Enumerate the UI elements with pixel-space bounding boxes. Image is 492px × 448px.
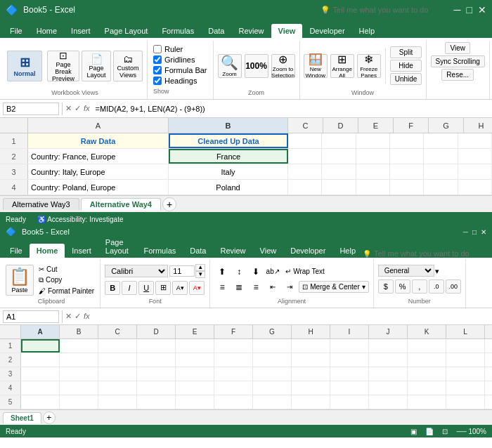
custom-views-btn[interactable]: 🗂 CustomViews (113, 51, 143, 81)
cell-C1[interactable] (288, 133, 322, 148)
cell-A2[interactable]: Country: France, Europe (28, 149, 169, 164)
freeze-panes-btn[interactable]: ❄ FreezePanes (357, 54, 381, 78)
new-window-btn[interactable]: 🪟 NewWindow (304, 54, 328, 78)
cell-H3[interactable] (458, 164, 492, 179)
cell2-L2[interactable] (446, 353, 485, 367)
cancel-formula-icon-2[interactable]: ✕ (65, 312, 72, 321)
cell2-H1[interactable] (292, 339, 330, 353)
cell-A4[interactable]: Country: Poland, Europe (28, 180, 169, 195)
cell-C4[interactable] (288, 180, 322, 195)
tab-home-1[interactable]: Home (30, 24, 64, 38)
cell-D4[interactable] (322, 180, 356, 195)
tab-view-2[interactable]: View (253, 244, 284, 258)
page-layout-btn[interactable]: 📄 PageLayout (82, 51, 111, 81)
tab-view-1[interactable]: View (271, 24, 303, 38)
tab-file-2[interactable]: File (3, 244, 30, 258)
tab-help-1[interactable]: Help (352, 24, 382, 38)
col-header2-I[interactable]: I (330, 325, 369, 338)
col-header-E[interactable]: E (358, 118, 394, 133)
reset-window-btn[interactable]: Rese... (441, 69, 474, 81)
col-header2-D[interactable]: D (137, 325, 176, 338)
tab-page-layout-1[interactable]: Page Layout (98, 24, 155, 38)
cell2-E3[interactable] (176, 367, 214, 381)
fill-color-btn[interactable]: A▾ (172, 281, 188, 295)
cell-D1[interactable] (322, 133, 356, 148)
tab-file-1[interactable]: File (3, 24, 30, 38)
border-btn[interactable]: ⊞ (155, 281, 171, 295)
col-header2-L[interactable]: L (446, 325, 485, 338)
cell2-A1[interactable] (21, 339, 60, 353)
cell2-H4[interactable] (292, 381, 330, 395)
zoom-100-btn[interactable]: 100% (245, 54, 268, 78)
cell-C2[interactable] (288, 149, 322, 164)
cell-E4[interactable] (356, 180, 390, 195)
cell2-D5[interactable] (137, 395, 176, 409)
cell2-H5[interactable] (292, 395, 330, 409)
cell2-I2[interactable] (330, 353, 369, 367)
cell2-K5[interactable] (408, 395, 446, 409)
tab-insert-2[interactable]: Insert (65, 244, 98, 258)
italic-btn[interactable]: I (122, 281, 137, 295)
cell2-K3[interactable] (408, 367, 446, 381)
currency-btn[interactable]: $ (378, 279, 394, 294)
cell-F4[interactable] (390, 180, 424, 195)
cell2-C5[interactable] (98, 395, 137, 409)
col-header2-A[interactable]: A (21, 325, 60, 338)
cell2-A3[interactable] (21, 367, 60, 381)
cell-H4[interactable] (458, 180, 492, 195)
cell-D2[interactable] (322, 149, 356, 164)
cell2-C2[interactable] (98, 353, 137, 367)
cell-G3[interactable] (424, 164, 458, 179)
wrap-text-btn[interactable]: ↵ Wrap Text (282, 265, 328, 277)
cell2-B2[interactable] (60, 353, 98, 367)
tab-data-1[interactable]: Data (201, 24, 231, 38)
cell-F3[interactable] (390, 164, 424, 179)
col-header2-H[interactable]: H (292, 325, 330, 338)
cell-H1[interactable] (458, 133, 492, 148)
minimize-btn-2[interactable]: ─ (463, 228, 468, 236)
headings-checkbox-row[interactable]: Headings (153, 77, 207, 85)
cell2-F4[interactable] (214, 381, 253, 395)
tell-me-input-2[interactable] (374, 249, 486, 258)
cell2-B5[interactable] (60, 395, 98, 409)
arrange-all-btn[interactable]: ⊞ ArrangeAll (330, 54, 354, 78)
sheet-tab-alt3[interactable]: Alternative Way3 (3, 198, 79, 210)
cell-ref-box-1[interactable] (3, 103, 59, 115)
font-size-decrease[interactable]: ▼ (195, 271, 205, 278)
align-left-btn[interactable]: ≡ (214, 280, 230, 294)
col-header-D[interactable]: D (323, 118, 358, 133)
col-header2-E[interactable]: E (176, 325, 214, 338)
cell-D3[interactable] (322, 164, 356, 179)
tab-formulas-1[interactable]: Formulas (155, 24, 201, 38)
copy-btn-2[interactable]: ⧉ Copy (36, 275, 97, 285)
align-center-btn[interactable]: ≣ (231, 280, 247, 294)
sync-scrolling-btn[interactable]: Sync Scrolling (431, 55, 485, 67)
tab-home-2[interactable]: Home (30, 244, 65, 258)
font-color-btn[interactable]: A▾ (189, 281, 205, 295)
tab-developer-2[interactable]: Developer (283, 244, 332, 258)
merge-center-btn[interactable]: ⊡ Merge & Center ▾ (299, 281, 369, 293)
format-painter-btn-2[interactable]: 🖌 Format Painter (36, 286, 97, 296)
cell2-C3[interactable] (98, 367, 137, 381)
cell2-B3[interactable] (60, 367, 98, 381)
text-angle-btn[interactable]: ab↗ (265, 265, 280, 279)
cell-G1[interactable] (424, 133, 458, 148)
font-size-input[interactable] (169, 265, 195, 277)
cell2-J2[interactable] (369, 353, 408, 367)
cell2-C4[interactable] (98, 381, 137, 395)
cell2-D2[interactable] (137, 353, 176, 367)
align-bottom-btn[interactable]: ⬇ (248, 265, 264, 279)
cell2-K4[interactable] (408, 381, 446, 395)
cell-ref-box-2[interactable] (3, 310, 59, 323)
cell-A1[interactable]: Raw Data (28, 133, 169, 148)
zoom-slider-area[interactable]: ── 100% (456, 428, 486, 435)
cell2-A5[interactable] (21, 395, 60, 409)
cell2-I1[interactable] (330, 339, 369, 353)
tab-formulas-2[interactable]: Formulas (136, 244, 183, 258)
ruler-checkbox[interactable] (153, 45, 162, 53)
comma-btn[interactable]: , (412, 279, 427, 294)
cell2-J4[interactable] (369, 381, 408, 395)
cell-F1[interactable] (390, 133, 424, 148)
cell-H2[interactable] (458, 149, 492, 164)
col-header2-J[interactable]: J (369, 325, 408, 338)
